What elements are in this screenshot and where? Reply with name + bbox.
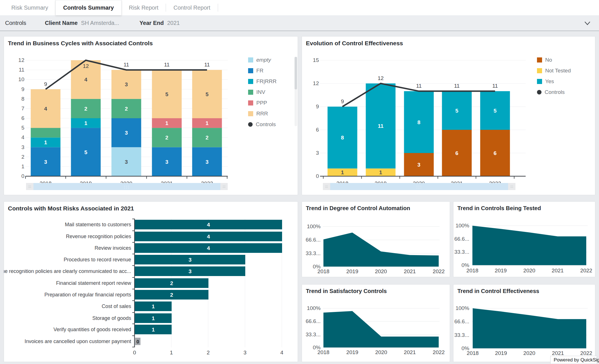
area-series[interactable] bbox=[323, 311, 439, 348]
bar-value-label: 4 bbox=[207, 245, 210, 251]
x-axis-label: 2019 bbox=[495, 350, 507, 356]
legend-item-rrr[interactable]: RRR bbox=[248, 111, 268, 117]
category-label: Revenue recognition policies are clearly… bbox=[4, 268, 131, 274]
tick-label: 3 bbox=[21, 144, 24, 150]
legend-item-not-tested[interactable]: Not Tested bbox=[537, 68, 571, 74]
segment-value-label: 5 bbox=[455, 108, 459, 114]
y-axis-label: 100% bbox=[455, 223, 469, 229]
scrollbar-track[interactable]: ······ bbox=[330, 183, 508, 190]
area-chart-svg: 0%33.3...66.6...100%20182019202020212022 bbox=[302, 285, 450, 362]
x-axis-label: 2019 bbox=[346, 349, 358, 355]
x-axis-label: 2022 bbox=[580, 350, 592, 356]
legend-item-fr[interactable]: FR bbox=[248, 68, 263, 74]
area-series[interactable] bbox=[472, 226, 586, 265]
segment-value-label: 2 bbox=[84, 106, 88, 112]
scrollbar-left-handle[interactable] bbox=[323, 183, 330, 190]
legend-item-empty[interactable]: empty bbox=[248, 57, 271, 63]
x-axis-label: 2019 bbox=[495, 268, 507, 273]
x-axis-label: 3 bbox=[244, 350, 247, 356]
tab-controls-summary[interactable]: Controls Summary bbox=[56, 0, 121, 15]
tick-label: 3 bbox=[316, 150, 319, 156]
y-axis-label: 100% bbox=[307, 223, 321, 229]
tick-label: 2 bbox=[21, 154, 24, 160]
total-value-label: 11 bbox=[204, 62, 210, 68]
tab-separator bbox=[218, 4, 218, 12]
category-label: Invoices are cancelled upon customer pay… bbox=[25, 339, 131, 344]
segment-value-label: 5 bbox=[84, 149, 88, 155]
x-axis-zoom-scrollbar[interactable]: ······ bbox=[26, 183, 228, 190]
controls-tested-chart: 0%33.3...66.6...100%20182019202020212022 bbox=[453, 202, 596, 279]
legend-swatch bbox=[537, 68, 542, 73]
y-axis-label: 33.3... bbox=[306, 250, 321, 256]
total-value-label: 12 bbox=[378, 75, 383, 81]
tick-label: 9 bbox=[316, 104, 319, 109]
scrollbar-track[interactable]: ······ bbox=[33, 183, 220, 190]
x-axis-label: 2021 bbox=[552, 350, 564, 356]
x-axis-label: 2020 bbox=[523, 350, 535, 356]
tick-label: 7 bbox=[21, 105, 24, 111]
legend-label: Controls bbox=[545, 89, 565, 95]
area-series[interactable] bbox=[323, 232, 439, 267]
tab-risk-report[interactable]: Risk Report bbox=[121, 0, 166, 15]
tick-label: 1 bbox=[21, 163, 24, 169]
tick-label: 6 bbox=[21, 115, 24, 121]
category-label: Procedures to record revenue bbox=[64, 257, 131, 262]
bar-value-label: 4 bbox=[207, 234, 210, 240]
legend-swatch bbox=[537, 90, 542, 94]
legend-item-fr-rrr[interactable]: FR|RRR bbox=[248, 78, 276, 85]
segment-value-label: 1 bbox=[84, 120, 88, 126]
x-axis-zoom-scrollbar[interactable]: ······ bbox=[323, 183, 515, 190]
tab-risk-summary[interactable]: Risk Summary bbox=[4, 0, 56, 15]
legend-swatch bbox=[248, 100, 253, 105]
area-chart-svg: 0%33.3...66.6...100%20182019202020212022 bbox=[302, 202, 450, 277]
tick-label: 15 bbox=[313, 57, 319, 63]
x-axis-label: 2020 bbox=[375, 349, 387, 355]
legend-item-yes[interactable]: Yes bbox=[537, 78, 554, 85]
total-value-label: 12 bbox=[83, 63, 89, 69]
x-axis-label: 4 bbox=[280, 350, 283, 356]
x-axis-label: 0 bbox=[133, 350, 136, 356]
tick-label: 6 bbox=[316, 127, 319, 133]
scrollbar-left-handle[interactable] bbox=[26, 183, 33, 190]
year-end-value[interactable]: 2021 bbox=[167, 20, 180, 26]
y-axis-label: 0% bbox=[462, 262, 470, 268]
bar-segment-INV[interactable] bbox=[31, 128, 61, 137]
segment-value-label: 3 bbox=[125, 81, 128, 87]
legend-item-ppp[interactable]: PPP bbox=[248, 100, 267, 106]
legend-item-no[interactable]: No bbox=[537, 57, 552, 63]
powered-by-badge: Powered by QuickSight bbox=[550, 356, 597, 364]
x-axis-label: 2021 bbox=[552, 268, 564, 273]
x-axis-label: 1 bbox=[170, 350, 173, 356]
legend-item-controls[interactable]: Controls bbox=[537, 89, 565, 95]
x-axis-label: 2018 bbox=[317, 349, 329, 355]
legend-label: empty bbox=[256, 57, 271, 63]
bar-value-label: 0 bbox=[137, 339, 139, 344]
chevron-down-icon[interactable] bbox=[584, 20, 591, 27]
panel-control-effectiveness-evolution: Evolution of Control Effectiveness 03691… bbox=[302, 36, 595, 195]
bar-value-label: 3 bbox=[189, 268, 192, 274]
segment-value-label: 1 bbox=[165, 120, 169, 126]
segment-value-label: 8 bbox=[341, 135, 344, 141]
legend-scrollbar[interactable] bbox=[295, 57, 297, 126]
tick-label: 12 bbox=[18, 57, 24, 63]
category-label: Mail statements to customers bbox=[65, 222, 131, 227]
y-axis-label: 66.6... bbox=[306, 318, 321, 324]
scrollbar-right-handle[interactable] bbox=[508, 183, 515, 190]
control-automation-chart: 0%33.3...66.6...100%20182019202020212022 bbox=[302, 202, 450, 279]
segment-value-label: 3 bbox=[165, 159, 169, 165]
panel-trend-control-effectiveness: Trend in Control Effectiveness 0%33.3...… bbox=[453, 284, 595, 362]
segment-value-label: 11 bbox=[378, 123, 384, 129]
total-value-label: 11 bbox=[454, 83, 460, 89]
legend-item-controls[interactable]: Controls bbox=[248, 121, 276, 128]
segment-value-label: 5 bbox=[165, 91, 169, 97]
area-series[interactable] bbox=[473, 308, 586, 348]
client-name-value[interactable]: SH Amsterda... bbox=[81, 20, 119, 26]
area-chart-svg: 0%33.3...66.6...100%20182019202020212022 bbox=[453, 202, 596, 277]
legend-item-inv[interactable]: INV bbox=[248, 89, 265, 95]
tab-control-report[interactable]: Control Report bbox=[166, 0, 218, 15]
scrollbar-right-handle[interactable] bbox=[220, 183, 228, 190]
tick-label: 12 bbox=[313, 80, 319, 86]
segment-value-label: 1 bbox=[379, 169, 382, 175]
panel-control-automation: Trend in Degree of Control Automation 0%… bbox=[302, 201, 450, 277]
y-axis-label: 66.6... bbox=[454, 318, 469, 324]
